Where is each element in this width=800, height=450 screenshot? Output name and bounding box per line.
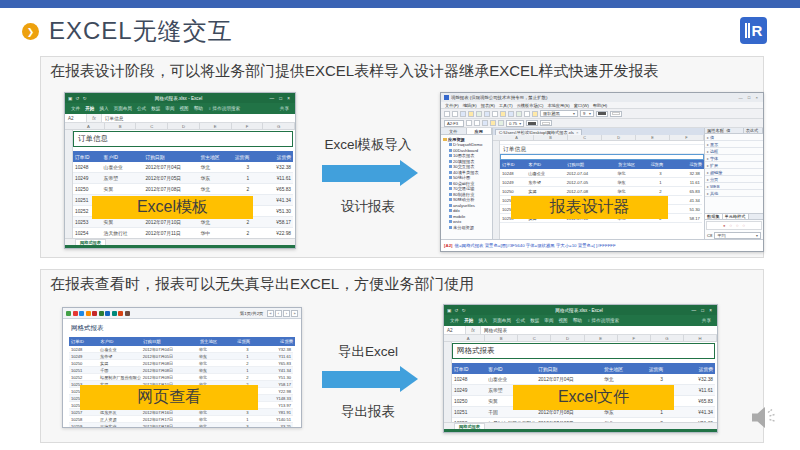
format-painter-icon[interactable] (474, 120, 480, 126)
ribbon-tab[interactable]: 插入 (99, 106, 108, 111)
table-row[interactable]: 10258正人资源2012年07月17日华北1¥140.51 (69, 416, 293, 423)
aggregate-dropdown[interactable]: 平均▾ (714, 232, 761, 239)
column-header[interactable]: D (168, 123, 200, 129)
share-button[interactable]: 共享 (702, 318, 711, 323)
print-icon[interactable] (476, 111, 482, 117)
ribbon-tab[interactable]: 公式 (137, 106, 146, 111)
save-all-icon[interactable] (468, 111, 474, 117)
tab-cell-style[interactable]: 单元格样式 (723, 214, 749, 219)
export-excel-icon[interactable] (86, 311, 91, 316)
zoom-icon[interactable] (498, 120, 504, 126)
window-controls[interactable]: — □ × (691, 308, 714, 313)
menu-item[interactable]: 文件(F) (445, 103, 459, 108)
name-box[interactable]: A2 (444, 326, 466, 334)
tab-app[interactable]: 应用 (467, 128, 493, 134)
property-row[interactable]: ▸WEB (705, 183, 763, 190)
export-image-icon[interactable] (99, 311, 104, 316)
column-header[interactable]: F (232, 123, 264, 129)
ribbon-tab[interactable]: 帮助 (194, 106, 203, 111)
tree-item[interactable]: 未分组资源 (443, 225, 492, 231)
menu-item[interactable]: 云模板市场(C) (517, 103, 544, 108)
table-row[interactable]: 10249东帝望2012年07月05日华东1¥11.61 (69, 353, 293, 360)
column-header[interactable]: B (105, 123, 137, 129)
ribbon-tab[interactable]: 帮助 (573, 318, 582, 323)
expander-icon[interactable]: ▸ (707, 156, 709, 161)
column-header[interactable]: E (585, 335, 618, 341)
column-header[interactable]: A (452, 335, 485, 341)
table-row[interactable]: 10248山泰企业2012-07-04华北332.38 (500, 169, 702, 178)
ribbon-tab[interactable]: 页面布局 (114, 106, 132, 111)
paste-icon[interactable] (466, 120, 472, 126)
export-pdf-icon[interactable] (79, 311, 84, 316)
table-row[interactable]: 10251千固2012年07月08日华东1¥41.34 (69, 367, 293, 374)
radio-button[interactable]: ○ (736, 223, 739, 228)
column-header[interactable]: A (73, 123, 105, 129)
bold-icon[interactable] (484, 111, 490, 117)
ribbon-tab[interactable]: 插入 (478, 318, 487, 323)
table-row[interactable]: 10257远东开发2012年07月16日华北3¥81.91 (69, 409, 293, 416)
column-header[interactable]: A (500, 135, 534, 140)
radio-button[interactable]: ○ (729, 223, 732, 228)
table-row[interactable]: 10248山泰企业2012年07月04日华北3¥32.38 (73, 162, 293, 173)
ribbon-tab[interactable]: 数据 (151, 106, 160, 111)
window-controls[interactable]: — □ × (269, 96, 292, 101)
tell-me-search[interactable]: ♀ 操作说明搜索 (208, 106, 240, 111)
fill-color-swatch[interactable] (596, 111, 608, 117)
align-center-icon[interactable] (516, 111, 522, 117)
expander-icon[interactable]: ▸ (707, 177, 709, 182)
ribbon-tab[interactable]: 视图 (559, 318, 568, 323)
report-title-cell[interactable]: 网格式报表 (452, 343, 715, 359)
column-header[interactable]: C (136, 123, 168, 129)
table-row[interactable]: 10259三捷实业2012年07月18日华北3¥3.25 (69, 423, 293, 427)
report-title-cell[interactable]: 订单信息 (73, 131, 293, 147)
print-preview-icon[interactable] (112, 311, 117, 316)
column-header[interactable]: G (263, 123, 295, 129)
underline-icon[interactable] (500, 111, 506, 117)
save-icon[interactable] (66, 311, 71, 316)
font-size-dropdown[interactable]: 9▾ (580, 110, 594, 117)
pager-button[interactable]: › (283, 310, 290, 317)
menu-item[interactable]: 报表(R) (481, 103, 495, 108)
table-row[interactable]: 10249东帝望2012-07-05华东111.61 (500, 178, 702, 187)
table-row[interactable]: 10250实翼2012年07月08日华北2¥65.83 (73, 184, 293, 195)
table-row[interactable]: 10248山泰企业2012年07月04日华北3¥32.38 (452, 374, 715, 385)
column-header[interactable]: C (568, 135, 602, 140)
expander-icon[interactable]: ▸ (707, 170, 709, 175)
column-header[interactable]: D (602, 135, 636, 140)
expander-icon[interactable]: ▸ (707, 191, 709, 196)
refresh-icon[interactable] (118, 311, 123, 316)
ribbon-tab[interactable]: 文件 (450, 318, 459, 323)
column-header[interactable]: C (518, 335, 551, 341)
column-header[interactable]: B (485, 335, 518, 341)
ribbon-tab[interactable]: 公式 (516, 318, 525, 323)
align-right-icon[interactable] (524, 111, 530, 117)
ribbon-tab[interactable]: 页面布局 (493, 318, 511, 323)
tab-dataset[interactable]: 数据集 (705, 214, 723, 219)
column-header[interactable]: G (651, 335, 684, 341)
align-left-icon[interactable] (508, 111, 514, 117)
new-icon[interactable] (444, 111, 450, 117)
formula-bar[interactable]: 订单信息 (101, 114, 295, 122)
menu-item[interactable]: 编辑(E) (463, 103, 477, 108)
font-family-dropdown[interactable]: 微软雅黑▾ (540, 110, 578, 117)
expander-icon[interactable]: ▸ (707, 163, 709, 168)
property-row[interactable]: ▸字体 (705, 155, 763, 162)
italic-icon[interactable] (492, 111, 498, 117)
email-icon[interactable] (105, 311, 110, 316)
property-row[interactable]: ▸显示 (705, 141, 763, 148)
quick-access-toolbar-icons[interactable]: ▣ ↺ ↻ (68, 96, 88, 101)
border-style-swatch[interactable] (526, 120, 538, 126)
radio-button[interactable]: ● (723, 223, 726, 228)
name-box[interactable]: A2 (65, 114, 87, 122)
table-row[interactable]: 10248山泰企业2012年07月04日华北3¥32.38 (69, 346, 293, 353)
formula-bar[interactable]: 网格式报表 (480, 326, 717, 334)
expander-icon[interactable]: ▸ (707, 184, 709, 189)
column-header[interactable]: F (670, 135, 704, 140)
menu-item[interactable]: 工具(T) (499, 103, 513, 108)
column-header[interactable]: B (534, 135, 568, 140)
export-word-icon[interactable] (92, 311, 97, 316)
property-row[interactable]: ▸值 (705, 134, 763, 141)
expander-icon[interactable]: ▸ (707, 149, 709, 154)
ribbon-tab[interactable]: 视图 (180, 106, 189, 111)
print-icon[interactable] (73, 311, 78, 316)
